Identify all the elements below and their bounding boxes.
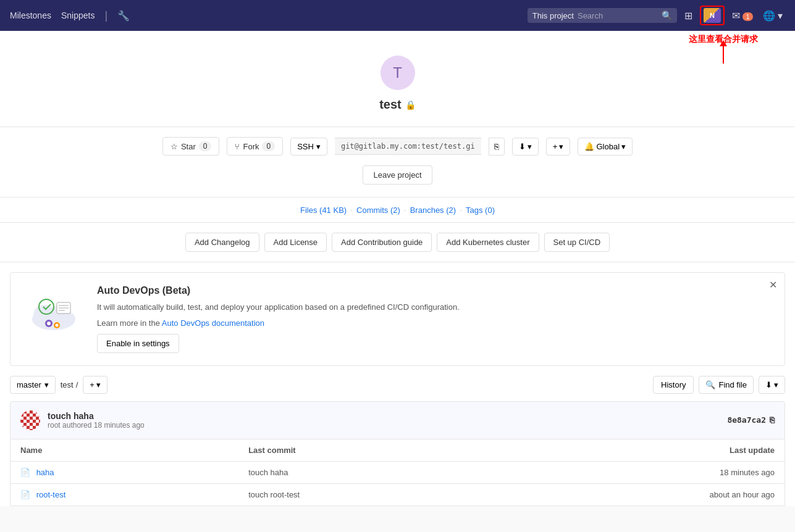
file-name-cell: 📄 root-test xyxy=(11,483,239,505)
commits-link[interactable]: Commits (2) xyxy=(356,206,400,215)
quick-actions: Add Changelog Add License Add Contributi… xyxy=(0,223,795,262)
devops-close-button[interactable]: ✕ xyxy=(769,279,777,291)
devops-enable-button[interactable]: Enable in settings xyxy=(97,334,179,353)
bell-icon: 🔔 xyxy=(584,142,594,151)
file-link[interactable]: haha xyxy=(36,468,54,477)
tags-link[interactable]: Tags (0) xyxy=(466,206,495,215)
add-changelog-button[interactable]: Add Changelog xyxy=(185,233,259,252)
add-chevron: ▾ xyxy=(96,380,101,389)
snippets-link[interactable]: Snippets xyxy=(61,10,95,20)
devops-illustration xyxy=(23,285,85,335)
plus-icon: + xyxy=(553,142,558,151)
add-license-button[interactable]: Add License xyxy=(264,233,327,252)
commit-hash: 8e8a7ca2 xyxy=(727,415,766,425)
add-button[interactable]: + ▾ xyxy=(546,138,571,156)
clone-method-button[interactable]: SSH ▾ xyxy=(290,138,327,156)
add-contribution-button[interactable]: Add Contribution guide xyxy=(332,233,432,252)
navbar-left: Milestones Snippets | 🔧 xyxy=(10,9,130,22)
leave-project-button[interactable]: Leave project xyxy=(363,165,432,185)
user-menu-button[interactable]: 🌐 ▾ xyxy=(760,7,785,24)
sidebar-toggle-button[interactable]: ⊞ xyxy=(682,7,695,24)
file-commit-cell: touch root-test xyxy=(238,483,487,505)
fork-button[interactable]: ⑂ Fork 0 xyxy=(227,137,283,156)
clone-method-chevron: ▾ xyxy=(316,142,321,151)
find-file-button[interactable]: 🔍 Find file xyxy=(699,376,754,394)
file-table-body: 📄 haha touch haha 18 minutes ago 📄 root-… xyxy=(11,461,785,505)
table-row: 📄 haha touch haha 18 minutes ago xyxy=(11,461,785,483)
fork-count: 0 xyxy=(262,141,275,151)
clone-url: git@gitlab.my.com:test/test.gi xyxy=(335,138,481,155)
stats-bar: Files (41 KB) · Commits (2) · Branches (… xyxy=(0,197,795,223)
devops-docs-link[interactable]: Auto DevOps documentation xyxy=(162,318,264,328)
navbar-right: This project 🔍 ⊞ N ✉ 1 🌐 ▾ xyxy=(528,6,785,25)
project-header: T test 🔒 xyxy=(0,31,795,127)
download-icon: ⬇ xyxy=(519,142,526,151)
history-button[interactable]: History xyxy=(653,376,694,394)
table-row: 📄 root-test touch root-test about an hou… xyxy=(11,483,785,505)
branch-select[interactable]: master ▾ xyxy=(10,376,56,394)
devops-title: Auto DevOps (Beta) xyxy=(97,285,772,296)
commit-info: touch haha root authored 18 minutes ago xyxy=(48,411,720,430)
search-container: This project 🔍 xyxy=(528,8,677,23)
merge-requests-button[interactable]: N xyxy=(700,6,725,25)
annotation-container: 这里查看合并请求 xyxy=(689,34,758,64)
stats-sep-1: · xyxy=(350,205,353,215)
commit-message: touch haha xyxy=(48,411,720,421)
breadcrumb: test / xyxy=(61,380,78,389)
devops-desc: It will automatically build, test, and d… xyxy=(97,301,772,314)
global-label: Global xyxy=(596,142,620,151)
file-table: Name Last commit Last update 📄 haha touc… xyxy=(10,439,785,506)
star-count: 0 xyxy=(199,141,212,151)
todos-badge: 1 xyxy=(742,12,752,21)
file-link[interactable]: root-test xyxy=(36,490,66,499)
copy-hash-icon[interactable]: ⎘ xyxy=(770,415,775,425)
path-sep: / xyxy=(76,380,78,389)
file-name-cell: 📄 haha xyxy=(11,461,239,483)
copy-url-button[interactable]: ⎘ xyxy=(489,138,505,156)
commit-avatar xyxy=(20,410,40,430)
plus-chevron: ▾ xyxy=(559,142,563,151)
star-label: Star xyxy=(181,142,196,151)
files-link[interactable]: Files (41 KB) xyxy=(300,206,347,215)
notification-button[interactable]: 🔔 Global ▾ xyxy=(578,138,633,156)
commit-hash-area: 8e8a7ca2 ⎘ xyxy=(727,415,775,425)
search-icon: 🔍 xyxy=(662,10,672,20)
copy-icon: ⎘ xyxy=(494,142,499,151)
branches-link[interactable]: Branches (2) xyxy=(410,206,456,215)
setup-cicd-button[interactable]: Set up CI/CD xyxy=(544,233,610,252)
avatar-letter: T xyxy=(393,64,402,81)
devops-banner: Auto DevOps (Beta) It will automatically… xyxy=(10,272,785,366)
star-button[interactable]: ☆ Star 0 xyxy=(162,137,220,156)
search-input[interactable] xyxy=(578,11,658,20)
nav-divider: | xyxy=(104,9,107,22)
annotation-arrow xyxy=(723,45,724,64)
download-button[interactable]: ⬇ ▾ xyxy=(512,138,539,156)
devops-content: Auto DevOps (Beta) It will automatically… xyxy=(97,285,772,353)
project-avatar: T xyxy=(381,56,415,90)
plus-icon: + xyxy=(90,380,95,389)
commit-author: root xyxy=(48,421,61,430)
search-icon-small: 🔍 xyxy=(705,380,715,389)
svg-point-9 xyxy=(47,322,51,325)
clone-repo-button[interactable]: ⬇ ▾ xyxy=(759,376,785,394)
milestones-link[interactable]: Milestones xyxy=(10,10,51,20)
todos-button[interactable]: ✉ 1 xyxy=(730,7,755,24)
file-icon: 📄 xyxy=(20,468,30,477)
devops-learn-more: Learn more in the Auto DevOps documentat… xyxy=(97,318,772,328)
search-scope-label: This project xyxy=(532,11,574,20)
notif-chevron: ▾ xyxy=(621,142,626,151)
file-commit-cell: touch haha xyxy=(238,461,487,483)
project-title: test 🔒 xyxy=(12,98,783,112)
devops-svg xyxy=(23,285,85,335)
stats-sep-3: · xyxy=(460,205,462,215)
add-kubernetes-button[interactable]: Add Kubernetes cluster xyxy=(437,233,539,252)
file-icon: 📄 xyxy=(20,490,30,499)
main-content: T test 🔒 ☆ Star 0 ⑂ Fork 0 SSH ▾ git@git… xyxy=(0,31,795,506)
add-file-button[interactable]: + ▾ xyxy=(83,376,107,394)
branch-chevron: ▾ xyxy=(44,380,49,389)
clone-method-label: SSH xyxy=(297,142,314,151)
fork-label: Fork xyxy=(243,142,259,151)
commit-meta: root authored 18 minutes ago xyxy=(48,421,720,430)
file-date-cell: 18 minutes ago xyxy=(487,461,784,483)
col-last-update: Last update xyxy=(487,439,784,462)
